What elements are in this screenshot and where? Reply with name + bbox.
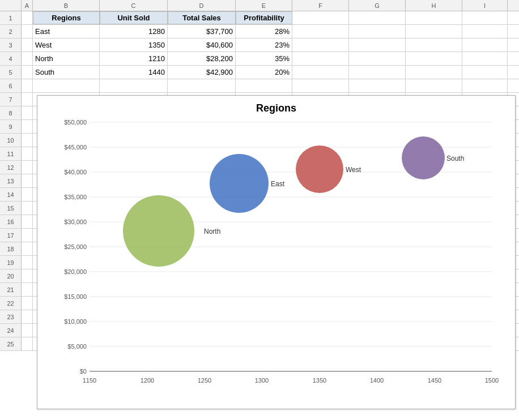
col-h-header: H [406, 0, 462, 11]
cell-i3[interactable] [462, 38, 508, 52]
cell-g1[interactable] [349, 11, 406, 24]
row-num: 15 [0, 202, 22, 215]
bubble-east[interactable] [210, 154, 269, 213]
col-i-header: I [462, 0, 508, 11]
cell-e5[interactable]: 20% [236, 66, 292, 79]
cell-g5[interactable] [349, 66, 406, 79]
table-row: 5 South 1440 $42,900 20% [0, 66, 519, 79]
cell-h4[interactable] [406, 52, 462, 65]
cell-b2[interactable]: East [33, 25, 100, 38]
table-row: 2 East 1280 $37,700 28% [0, 25, 519, 38]
row-num: 18 [0, 242, 22, 255]
cell-f1[interactable] [292, 11, 349, 24]
cell-e3[interactable]: 23% [236, 38, 292, 52]
cell-c4[interactable]: 1210 [100, 52, 168, 65]
col-f-header: F [292, 0, 349, 11]
cell-d2[interactable]: $37,700 [168, 25, 236, 38]
col-b-header: B [33, 0, 100, 11]
row-num: 10 [0, 134, 22, 147]
cell-h2[interactable] [406, 25, 462, 38]
chart-container: Regions [37, 95, 516, 409]
svg-text:$40,000: $40,000 [64, 169, 87, 175]
bubble-south[interactable] [402, 136, 445, 179]
bubble-north[interactable] [123, 195, 194, 267]
label-south: South [446, 155, 464, 162]
row-num: 11 [0, 147, 22, 160]
svg-text:$15,000: $15,000 [64, 293, 87, 300]
row-num: 1 [0, 11, 22, 24]
cell-d4[interactable]: $28,200 [168, 52, 236, 65]
cell-g2[interactable] [349, 25, 406, 38]
svg-text:1150: 1150 [82, 377, 96, 384]
cell-f4[interactable] [292, 52, 349, 65]
cell-c3[interactable]: 1350 [100, 38, 168, 52]
cell-h3[interactable] [406, 38, 462, 52]
col-a-header: A [22, 0, 33, 11]
cell-h1[interactable] [406, 11, 462, 24]
cell-h5[interactable] [406, 66, 462, 79]
svg-text:$35,000: $35,000 [64, 194, 87, 200]
cell-b1[interactable]: Regions [33, 11, 100, 24]
cell-e1[interactable]: Profitability [236, 11, 292, 24]
svg-text:$25,000: $25,000 [64, 243, 87, 250]
col-e-header: E [236, 0, 292, 11]
cell-i5[interactable] [462, 66, 508, 79]
svg-text:$30,000: $30,000 [64, 218, 87, 225]
svg-text:$10,000: $10,000 [64, 318, 87, 325]
table-row: 4 North 1210 $28,200 35% [0, 52, 519, 66]
row-num: 22 [0, 297, 22, 310]
bubble-west[interactable] [296, 145, 343, 193]
table-row: 1 Regions Unit Sold Total Sales Profitab… [0, 11, 519, 25]
cell-a4[interactable] [22, 52, 33, 65]
cell-a2[interactable] [22, 25, 33, 38]
cell-c2[interactable]: 1280 [100, 25, 168, 38]
cell-i4[interactable] [462, 52, 508, 65]
chart-title: Regions [37, 102, 515, 114]
cell-d1[interactable]: Total Sales [168, 11, 236, 24]
cell-f2[interactable] [292, 25, 349, 38]
cell-c5[interactable]: 1440 [100, 66, 168, 79]
cell-i2[interactable] [462, 25, 508, 38]
label-west: West [346, 166, 361, 174]
svg-text:$5,000: $5,000 [67, 343, 87, 350]
svg-text:$0: $0 [79, 368, 86, 375]
table-row: 3 West 1350 $40,600 23% [0, 38, 519, 52]
svg-text:1350: 1350 [312, 377, 326, 384]
spreadsheet: A B C D E F G H I 1 Regions Unit Sold To… [0, 0, 519, 420]
row-num: 17 [0, 229, 22, 242]
row-num: 3 [0, 38, 22, 52]
svg-text:$20,000: $20,000 [64, 268, 87, 275]
col-g-header: G [349, 0, 406, 11]
svg-text:1200: 1200 [140, 377, 154, 384]
svg-text:$50,000: $50,000 [64, 119, 87, 126]
cell-a5[interactable] [22, 66, 33, 79]
cell-g4[interactable] [349, 52, 406, 65]
cell-b4[interactable]: North [33, 52, 100, 65]
col-d-header: D [168, 0, 236, 11]
cell-a3[interactable] [22, 38, 33, 52]
x-axis-labels: 1150 1200 1250 1300 1350 1400 1450 1500 [82, 377, 498, 384]
row-num: 12 [0, 161, 22, 174]
row-num: 2 [0, 25, 22, 38]
cell-i1[interactable] [462, 11, 508, 24]
svg-text:1400: 1400 [369, 377, 383, 384]
cell-d3[interactable]: $40,600 [168, 38, 236, 52]
row-num: 14 [0, 188, 22, 201]
row-num: 19 [0, 256, 22, 269]
svg-text:1250: 1250 [197, 377, 211, 384]
cell-d5[interactable]: $42,900 [168, 66, 236, 79]
col-c-header: C [100, 0, 168, 11]
cell-g3[interactable] [349, 38, 406, 52]
cell-f3[interactable] [292, 38, 349, 52]
cell-c1[interactable]: Unit Sold [100, 11, 168, 24]
table-row: 6 [0, 79, 519, 93]
cell-b5[interactable]: South [33, 66, 100, 79]
cell-a1[interactable] [22, 11, 33, 24]
row-num: 9 [0, 120, 22, 133]
cell-b3[interactable]: West [33, 38, 100, 52]
row-num-header [0, 0, 22, 11]
cell-e4[interactable]: 35% [236, 52, 292, 65]
svg-text:1300: 1300 [254, 377, 268, 384]
cell-e2[interactable]: 28% [236, 25, 292, 38]
cell-f5[interactable] [292, 66, 349, 79]
